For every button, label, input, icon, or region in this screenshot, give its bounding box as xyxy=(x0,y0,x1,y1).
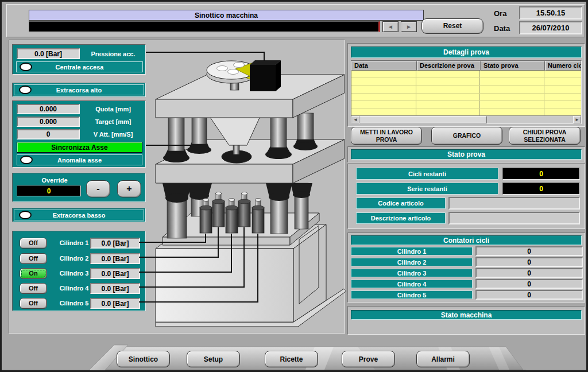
stato-prova-header: Stato prova xyxy=(351,149,582,160)
codice-articolo-label: Codice articolo xyxy=(356,197,446,209)
nav-ricette[interactable]: Ricette xyxy=(265,351,318,367)
cilindro-5-toggle[interactable]: Off xyxy=(20,298,47,309)
col-numero-cicli[interactable]: Numero cicli xyxy=(545,61,581,71)
nav-sinottico[interactable]: Sinottico xyxy=(117,351,170,367)
nav-setup[interactable]: Setup xyxy=(187,351,240,367)
table-row[interactable] xyxy=(351,71,581,78)
table-hscrollbar[interactable]: ◄ ► xyxy=(351,115,581,123)
ora-value: 15.50.15 xyxy=(519,6,582,20)
counter-cilindro-4-label: Cilindro 4 xyxy=(351,280,473,288)
override-label: Override xyxy=(29,176,80,184)
left-arrow-icon: ◄ xyxy=(388,24,393,30)
hmi-screen: Sinottico macchina ◄ ► Reset Ora 15.50.1… xyxy=(0,0,588,372)
vatt-value: 0 xyxy=(17,129,80,140)
dettagli-prova-header: Dettagli prova xyxy=(351,46,582,58)
counter-cilindro-1-label: Cilindro 1 xyxy=(351,247,473,255)
col-descrizione[interactable]: Descrizione prova xyxy=(417,61,481,71)
counter-cilindro-2-value: 0 xyxy=(475,257,583,267)
extracorsa-alto-indicator: Extracorsa alto xyxy=(14,84,144,95)
extracorsa-basso-label: Extracorsa basso xyxy=(53,212,106,219)
nav-allarmi[interactable]: Allarmi xyxy=(416,351,470,367)
target-value: 0.000 xyxy=(17,117,80,127)
col-data[interactable]: Data xyxy=(351,61,417,71)
cylinder-bottles xyxy=(200,192,264,234)
extracorsa-alto-label: Extracorsa alto xyxy=(56,87,102,94)
serie-restanti-label: Serie restanti xyxy=(356,183,498,195)
cicli-restanti-value: 0 xyxy=(502,168,580,180)
chiudi-prova-button[interactable]: CHIUDI PROVA SELEZIONATA xyxy=(509,127,581,145)
table-row[interactable] xyxy=(351,94,581,101)
ora-label: Ora xyxy=(494,9,519,18)
centrale-accesa-lamp-icon xyxy=(20,63,32,71)
cilindro-4-label: Cilindro 4 xyxy=(54,284,94,292)
cilindro-1-value: 0.0 [Bar] xyxy=(90,238,140,249)
quota-value: 0.000 xyxy=(17,104,80,114)
reset-button[interactable]: Reset xyxy=(421,18,483,34)
stato-prova-panel: Cicli restanti 0 Serie restanti 0 Codice… xyxy=(347,164,585,229)
target-label: Target [mm] xyxy=(82,118,144,126)
sincronizza-asse-button[interactable]: Sincronizza Asse xyxy=(17,142,142,153)
extracorsa-alto-lamp-icon xyxy=(19,86,32,94)
override-value: 0 xyxy=(17,185,81,196)
override-minus-button[interactable]: - xyxy=(86,180,110,197)
prova-table[interactable]: Data Descrizione prova Stato prova Numer… xyxy=(351,60,582,124)
codice-articolo-value xyxy=(448,197,580,210)
cilindro-4-toggle[interactable]: Off xyxy=(20,283,47,294)
pressure-value: 0.0 [Bar] xyxy=(17,48,80,59)
stato-macchina-panel: Stato macchina xyxy=(347,306,585,335)
scroll-left-icon[interactable]: ◄ xyxy=(351,116,359,123)
cilindro-3-label: Cilindro 3 xyxy=(54,269,94,277)
prova-table-body[interactable] xyxy=(351,71,581,115)
override-group: Override 0 - + xyxy=(12,173,146,202)
cilindro-3-toggle[interactable]: On xyxy=(20,268,47,279)
machine-diagram xyxy=(137,40,346,334)
cilindro-1-toggle[interactable]: Off xyxy=(20,238,47,249)
descrizione-articolo-label: Descrizione articolo xyxy=(356,212,446,224)
alarm-prev-button[interactable]: ◄ xyxy=(382,21,399,32)
extracorsa-basso-group: Extracorsa basso xyxy=(12,208,146,222)
counter-cilindro-3-value: 0 xyxy=(475,268,583,278)
vatt-label: V Att. [mm/S] xyxy=(82,130,144,138)
alarm-ticker xyxy=(29,21,380,32)
dettagli-prova-group: Dettagli prova Data Descrizione prova St… xyxy=(347,43,585,127)
stato-prova-header-panel: Stato prova xyxy=(347,146,585,162)
counter-cilindro-3-label: Cilindro 3 xyxy=(351,269,473,277)
alarm-next-button[interactable]: ► xyxy=(401,21,417,32)
page-title: Sinottico macchina xyxy=(29,10,424,21)
anomalia-asse-indicator: Anomalia asse xyxy=(17,154,142,165)
contatori-cicli-panel: Contatori cicli Cilindro 1 0 Cilindro 2 … xyxy=(347,232,585,303)
cylinders-group: Off Cilindro 1 0.0 [Bar] Off Cilindro 2 … xyxy=(12,231,146,311)
cilindro-4-value: 0.0 [Bar] xyxy=(90,283,140,294)
descrizione-articolo-value xyxy=(448,212,580,224)
pressure-label: Pressione acc. xyxy=(82,49,144,58)
pressure-group: 0.0 [Bar] Pressione acc. Centrale accesa xyxy=(12,44,146,75)
scrollbar-thumb[interactable] xyxy=(359,116,487,123)
counter-cilindro-5-label: Cilindro 5 xyxy=(351,290,473,299)
data-value: 26/07/2010 xyxy=(519,21,582,34)
cilindro-2-label: Cilindro 2 xyxy=(54,254,94,262)
axis-group: 0.000 Quota [mm] 0.000 Target [mm] 0 V A… xyxy=(12,100,146,168)
grafico-button[interactable]: GRAFICO xyxy=(431,127,502,145)
cilindro-2-value: 0.0 [Bar] xyxy=(90,253,140,264)
anomalia-asse-lamp-icon xyxy=(20,156,33,164)
extracorsa-basso-lamp-icon xyxy=(19,211,32,219)
extracorsa-alto-group: Extracorsa alto xyxy=(12,83,146,97)
right-arrow-icon: ► xyxy=(406,24,412,30)
col-stato[interactable]: Stato prova xyxy=(481,61,545,71)
nav-prove[interactable]: Prove xyxy=(342,351,395,367)
table-row[interactable] xyxy=(351,86,581,93)
table-row[interactable] xyxy=(351,78,581,86)
contatori-cicli-header: Contatori cicli xyxy=(351,235,582,245)
cilindro-5-label: Cilindro 5 xyxy=(54,299,94,307)
metti-in-lavoro-button[interactable]: METTI IN LAVORO PROVA xyxy=(351,127,422,145)
counter-cilindro-1-value: 0 xyxy=(475,246,583,256)
cilindro-3-value: 0.0 [Bar] xyxy=(90,268,140,279)
table-row[interactable] xyxy=(351,101,581,108)
cilindro-1-label: Cilindro 1 xyxy=(54,239,94,247)
anomalia-asse-label: Anomalia asse xyxy=(57,157,102,164)
counter-cilindro-4-value: 0 xyxy=(475,279,583,289)
table-row[interactable] xyxy=(351,108,581,115)
stato-macchina-header: Stato macchina xyxy=(351,310,582,320)
scroll-right-icon[interactable]: ► xyxy=(573,116,581,123)
cilindro-2-toggle[interactable]: Off xyxy=(20,253,47,264)
